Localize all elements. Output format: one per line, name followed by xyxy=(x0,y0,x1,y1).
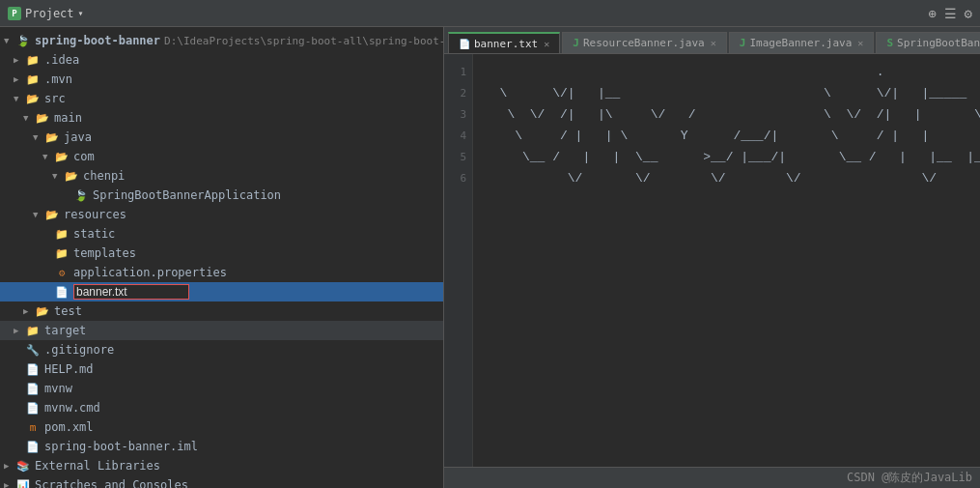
folder-icon-chenpi: 📂 xyxy=(64,169,79,183)
tab-icon-banner: 📄 xyxy=(459,39,470,49)
menu-icon[interactable]: ☰ xyxy=(944,6,957,21)
tree-label-test: test xyxy=(54,304,82,318)
top-bar-left: P Project ▾ xyxy=(8,7,84,20)
tree-item-target[interactable]: 📁 target xyxy=(0,321,443,340)
tree-label-extlib: External Libraries xyxy=(35,459,160,473)
tree-label-scratches: Scratches and Consoles xyxy=(35,478,188,488)
project-folder-icon: 🍃 xyxy=(15,34,31,47)
cmd-icon: 📄 xyxy=(25,401,41,415)
tree-item-pomxml[interactable]: m pom.xml xyxy=(0,417,443,437)
mvnw-icon: 📄 xyxy=(25,382,41,395)
tab-label-imgbanner: ImageBanner.java xyxy=(749,37,852,49)
tree-item-scratches[interactable]: 📊 Scratches and Consoles xyxy=(0,475,443,488)
tree-item-static[interactable]: 📁 static xyxy=(0,224,443,244)
tree-label-springapp: SpringBootBannerApplication xyxy=(93,188,281,202)
tree-label-pomxml: pom.xml xyxy=(44,420,94,434)
tree-item-banner[interactable]: 📄 xyxy=(0,282,443,301)
arrow-src xyxy=(14,94,25,103)
tree-item-helpmd[interactable]: 📄 HELP.md xyxy=(0,359,443,379)
folder-icon-idea: 📁 xyxy=(25,53,41,67)
lib-icon: 📚 xyxy=(15,459,31,473)
rename-input[interactable] xyxy=(73,284,189,300)
arrow-resources xyxy=(33,210,44,219)
project-dropdown-arrow[interactable]: ▾ xyxy=(78,8,84,18)
line-numbers: 1 2 3 4 5 6 xyxy=(444,54,473,467)
properties-icon: ⚙ xyxy=(54,266,70,279)
tree-label-resources: resources xyxy=(64,208,126,221)
tree-label-target: target xyxy=(44,324,86,337)
tree-item-root[interactable]: 🍃 spring-boot-banner D:\IdeaProjects\spr… xyxy=(0,31,443,50)
tree-label-gitignore: .gitignore xyxy=(44,343,114,357)
code-area[interactable]: . . \ \/| |__ \ \/| |_____ \ \/ /| |\ \/… xyxy=(473,54,980,467)
tab-close-banner[interactable]: ✕ xyxy=(544,39,549,49)
tree-item-springapp[interactable]: 🍃 SpringBootBannerApplication xyxy=(0,186,443,205)
line-num-4: 4 xyxy=(460,126,466,147)
sidebar: 🍃 spring-boot-banner D:\IdeaProjects\spr… xyxy=(0,27,444,488)
tab-springboot[interactable]: S SpringBootBann... xyxy=(876,32,980,53)
tab-image-banner[interactable]: J ImageBanner.java ✕ xyxy=(729,32,875,53)
arrow-root xyxy=(4,36,15,45)
tree-item-main[interactable]: 📂 main xyxy=(0,108,443,128)
tree-item-mvnw[interactable]: 📄 mvnw xyxy=(0,379,443,398)
arrow-target xyxy=(14,326,25,335)
tree-label-appprops: application.properties xyxy=(73,266,227,279)
tree-item-mvn[interactable]: 📁 .mvn xyxy=(0,70,443,89)
tab-label-banner: banner.txt xyxy=(474,38,538,50)
tree-label-com: com xyxy=(73,150,95,163)
tree-label-iml: spring-boot-banner.iml xyxy=(44,440,198,453)
line-num-3: 3 xyxy=(460,104,466,126)
project-icon: P xyxy=(8,7,21,20)
tree-item-java[interactable]: 📂 java xyxy=(0,128,443,147)
arrow-extlib xyxy=(4,461,15,471)
tab-label-resbanner: ResourceBanner.java xyxy=(583,37,705,49)
gitignore-icon: 🔧 xyxy=(25,343,41,357)
tree-item-ext-lib[interactable]: 📚 External Libraries xyxy=(0,456,443,475)
settings-icon[interactable]: ⚙ xyxy=(965,6,972,21)
arrow-test xyxy=(23,306,35,316)
tree-item-idea[interactable]: 📁 .idea xyxy=(0,50,443,70)
folder-icon-com: 📂 xyxy=(54,150,70,163)
arrow-idea xyxy=(14,55,25,65)
arrow-java xyxy=(33,132,44,142)
tree-item-src[interactable]: 📂 src xyxy=(0,89,443,108)
top-bar-title: Project xyxy=(25,7,74,20)
md-icon: 📄 xyxy=(25,362,41,376)
tree-item-chenpi[interactable]: 📂 chenpi xyxy=(0,166,443,186)
folder-icon-templates: 📁 xyxy=(54,246,70,260)
tree-label-helpmd: HELP.md xyxy=(44,362,94,376)
tab-close-imgbanner[interactable]: ✕ xyxy=(857,38,863,48)
tab-banner[interactable]: 📄 banner.txt ✕ xyxy=(448,32,560,53)
arrow-mvn xyxy=(14,74,25,84)
tab-resource-banner[interactable]: J ResourceBanner.java ✕ xyxy=(562,32,727,53)
main-content: 🍃 spring-boot-banner D:\IdeaProjects\spr… xyxy=(0,27,980,488)
xml-icon: m xyxy=(25,420,41,434)
tree-item-templates[interactable]: 📁 templates xyxy=(0,244,443,263)
editor-area: 📄 banner.txt ✕ J ResourceBanner.java ✕ J… xyxy=(444,27,980,488)
tab-close-resbanner[interactable]: ✕ xyxy=(711,38,716,48)
add-icon[interactable]: ⊕ xyxy=(928,6,936,21)
tree-label-static: static xyxy=(73,227,115,241)
line-num-1: 1 xyxy=(460,62,466,83)
code-line-6: \/ \/ \/ \/ \/ \/ xyxy=(485,168,968,189)
top-bar-icons: ⊕ ☰ ⚙ xyxy=(928,6,972,21)
tree-item-iml[interactable]: 📄 spring-boot-banner.iml xyxy=(0,437,443,456)
tree-item-mvnwcmd[interactable]: 📄 mvnw.cmd xyxy=(0,398,443,417)
tree-item-gitignore[interactable]: 🔧 .gitignore xyxy=(0,340,443,359)
tree-item-appprops[interactable]: ⚙ application.properties xyxy=(0,263,443,282)
folder-icon-main: 📂 xyxy=(35,111,50,125)
tree-label-mvnw: mvnw xyxy=(44,382,72,395)
editor-tabs: 📄 banner.txt ✕ J ResourceBanner.java ✕ J… xyxy=(444,27,980,54)
folder-icon-mvn: 📁 xyxy=(25,72,41,86)
tab-icon-resbanner: J xyxy=(573,37,579,49)
tree-item-com[interactable]: 📂 com xyxy=(0,147,443,166)
editor-content: 1 2 3 4 5 6 . . \ xyxy=(444,54,980,467)
code-line-5: \__ / | | \__ >__/ |___/| \__ / | |__ |_… xyxy=(485,147,968,168)
tree-item-resources[interactable]: 📂 resources xyxy=(0,205,443,224)
code-line-1: . . xyxy=(485,62,968,83)
tree-label-idea: .idea xyxy=(44,53,79,67)
folder-icon-resources: 📂 xyxy=(44,208,60,221)
status-bar: CSDN @陈皮的JavaLib xyxy=(444,467,980,488)
code-line-3: \ \/ /| |\ \/ / \ \/ /| | \/ xyxy=(485,104,968,126)
tree-item-test[interactable]: 📂 test xyxy=(0,301,443,321)
tree-label-mvnwcmd: mvnw.cmd xyxy=(44,401,100,415)
